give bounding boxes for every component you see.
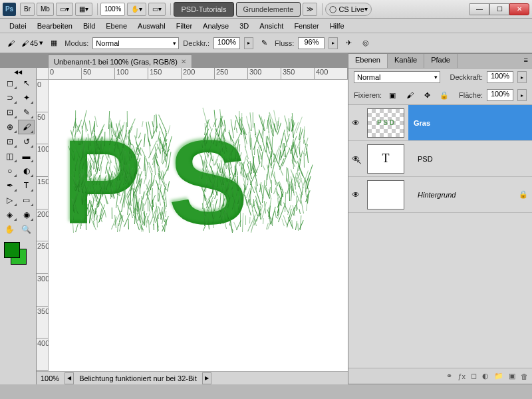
gradient-tool[interactable]: ▬ xyxy=(18,149,35,164)
menu-ansicht[interactable]: Ansicht xyxy=(254,21,289,31)
opacity-input[interactable]: 100% xyxy=(213,37,240,49)
minimize-button[interactable]: — xyxy=(469,3,489,15)
heal-tool[interactable]: ⊕ xyxy=(1,120,18,134)
visibility-toggle[interactable]: 👁 xyxy=(348,190,363,200)
layer-thumbnail[interactable]: T xyxy=(367,144,404,174)
status-prev[interactable]: ◀ xyxy=(65,372,74,384)
path-select-tool[interactable]: ▷ xyxy=(1,193,18,207)
tab-kanaele[interactable]: Kanäle xyxy=(388,54,424,68)
airbrush-icon[interactable]: ✈ xyxy=(342,37,355,50)
screen-mode-button[interactable]: ▭▾ xyxy=(56,3,73,16)
panel-menu-icon[interactable]: ≡ xyxy=(520,54,532,68)
layer-fill[interactable]: 100% xyxy=(487,89,513,101)
marquee-tool[interactable]: ◻ xyxy=(1,76,18,90)
zoom-level[interactable]: 100% xyxy=(100,3,126,16)
layer-thumbnail[interactable] xyxy=(367,180,404,209)
delete-layer-icon[interactable]: 🗑 xyxy=(521,372,528,380)
eyedropper-tool[interactable]: ✎ xyxy=(18,105,35,120)
brush-tool[interactable]: 🖌 xyxy=(18,120,35,134)
layer-blend-mode[interactable]: Normal xyxy=(354,71,440,83)
shape-tool[interactable]: ▭ xyxy=(18,193,35,207)
foreground-color[interactable] xyxy=(4,242,20,258)
pressure-size-icon[interactable]: ◎ xyxy=(359,37,372,50)
pressure-opacity-icon[interactable]: ✎ xyxy=(257,37,271,50)
hand-tool[interactable]: ✋ xyxy=(1,222,18,237)
layer-name[interactable]: PSD xyxy=(408,155,532,163)
type-tool[interactable]: T xyxy=(18,178,35,193)
opacity-flyout[interactable]: ▸ xyxy=(244,37,253,49)
maximize-button[interactable]: ☐ xyxy=(489,3,509,15)
layer-thumbnail[interactable]: P S D xyxy=(367,108,404,138)
layer-name[interactable]: Hintergrund xyxy=(408,191,519,199)
dodge-tool[interactable]: ◐ xyxy=(18,164,35,178)
menu-bearbeiten[interactable]: Bearbeiten xyxy=(32,21,78,31)
tab-ebenen[interactable]: Ebenen xyxy=(348,54,388,68)
3d-tool[interactable]: ◈ xyxy=(1,207,18,222)
document-tab[interactable]: Unbenannt-1 bei 100% (Gras, RGB/8) ✕ xyxy=(48,55,192,68)
blur-tool[interactable]: ○ xyxy=(1,164,18,178)
brush-preset[interactable]: 🖌45▾ xyxy=(21,39,43,47)
menu-ebene[interactable]: Ebene xyxy=(100,21,132,31)
extras-button[interactable]: ▦▾ xyxy=(75,3,92,16)
layer-name[interactable]: Gras xyxy=(408,105,532,140)
flow-input[interactable]: 96% xyxy=(298,37,325,49)
crop-tool[interactable]: ⊡ xyxy=(1,105,18,120)
lock-paint-icon[interactable]: 🖌 xyxy=(403,88,416,102)
brush-panel-icon[interactable]: ▦ xyxy=(47,37,61,50)
group-icon[interactable]: 📁 xyxy=(494,372,503,380)
cslive-button[interactable]: ◯ CS Live ▾ xyxy=(325,3,372,16)
pen-tool[interactable]: ✒ xyxy=(1,178,18,193)
color-swatches[interactable] xyxy=(1,239,31,266)
menu-filter[interactable]: Filter xyxy=(171,21,198,31)
flow-flyout[interactable]: ▸ xyxy=(329,37,338,49)
menu-analyse[interactable]: Analyse xyxy=(198,21,234,31)
toolbox-collapse[interactable]: ◀◀ xyxy=(1,69,35,76)
bridge-button[interactable]: Br xyxy=(20,3,35,16)
eraser-tool[interactable]: ◫ xyxy=(1,149,18,164)
close-button[interactable]: ✕ xyxy=(509,3,529,15)
layer-hintergrund[interactable]: 👁 Hintergrund 🔒 xyxy=(348,177,532,213)
adjustment-icon[interactable]: ◐ xyxy=(482,372,489,380)
blend-mode-select[interactable]: Normal xyxy=(92,37,179,49)
layer-gras[interactable]: 👁 P S D Gras xyxy=(348,105,532,141)
lock-move-icon[interactable]: ✥ xyxy=(420,88,434,102)
menu-auswahl[interactable]: Auswahl xyxy=(132,21,171,31)
lock-all-icon[interactable]: 🔒 xyxy=(438,88,451,102)
menu-bild[interactable]: Bild xyxy=(78,21,100,31)
canvas[interactable]: PS xyxy=(49,80,348,371)
arrange-button[interactable]: ▭▾ xyxy=(148,3,166,16)
history-brush-tool[interactable]: ↺ xyxy=(18,134,35,149)
layer-psd[interactable]: 👁↖ T PSD xyxy=(348,141,532,177)
lasso-tool[interactable]: ⊃ xyxy=(1,90,18,105)
workspace-psdtutorials[interactable]: PSD-Tutorials xyxy=(174,2,233,17)
status-zoom[interactable]: 100% xyxy=(41,374,59,382)
status-next[interactable]: ▶ xyxy=(202,372,211,384)
stamp-tool[interactable]: ⊡ xyxy=(1,134,18,149)
minibridge-button[interactable]: Mb xyxy=(37,3,54,16)
visibility-toggle[interactable]: 👁↖ xyxy=(348,154,363,164)
menu-3d[interactable]: 3D xyxy=(234,21,254,31)
menu-datei[interactable]: Datei xyxy=(4,21,32,31)
hand-shortcut[interactable]: ✋▾ xyxy=(127,3,146,16)
menu-hilfe[interactable]: Hilfe xyxy=(325,21,350,31)
layer-opacity-flyout[interactable]: ▸ xyxy=(517,71,527,83)
lock-transparent-icon[interactable]: ▣ xyxy=(386,88,399,102)
move-tool[interactable]: ↖ xyxy=(18,76,35,90)
wand-tool[interactable]: ✦ xyxy=(18,90,35,105)
workspace-grundelemente[interactable]: Grundelemente xyxy=(236,2,301,17)
fx-icon[interactable]: ƒx xyxy=(458,372,466,380)
workspace-more[interactable]: ≫ xyxy=(303,3,317,16)
mask-icon[interactable]: ◻ xyxy=(471,372,477,380)
fluss-label: Fluss: xyxy=(275,39,294,47)
new-layer-icon[interactable]: ▣ xyxy=(509,372,515,380)
3d-camera-tool[interactable]: ◉ xyxy=(18,207,35,222)
menu-fenster[interactable]: Fenster xyxy=(289,21,324,31)
zoom-tool[interactable]: 🔍 xyxy=(18,222,35,237)
visibility-toggle[interactable]: 👁 xyxy=(348,118,363,128)
tab-pfade[interactable]: Pfade xyxy=(424,54,458,68)
ruler-vertical: 050100150200250300350400 xyxy=(37,80,49,371)
link-layers-icon[interactable]: ⚭ xyxy=(446,372,452,380)
close-tab-icon[interactable]: ✕ xyxy=(181,58,186,65)
layer-opacity[interactable]: 100% xyxy=(487,71,513,83)
layer-fill-flyout[interactable]: ▸ xyxy=(517,89,527,101)
